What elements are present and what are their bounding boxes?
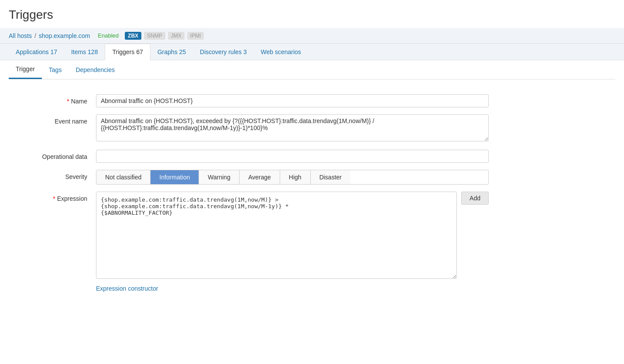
badge-snmp[interactable]: SNMP [144, 32, 165, 40]
expression-row: Add [96, 192, 489, 279]
expression-required: * [53, 195, 55, 202]
name-input[interactable] [96, 94, 489, 107]
name-label: *Name [9, 94, 96, 105]
form-row-name: *Name [9, 94, 615, 107]
severity-buttons-container: Not classified Information Warning Avera… [96, 170, 489, 185]
nav-tab-items[interactable]: Items 128 [64, 44, 105, 60]
nav-tab-graphs[interactable]: Graphs 25 [151, 44, 193, 60]
sub-tab-trigger[interactable]: Trigger [9, 60, 42, 79]
severity-btn-information[interactable]: Information [151, 170, 199, 184]
operational-data-input-container [96, 150, 489, 163]
sub-tabs: Trigger Tags Dependencies [9, 60, 615, 79]
expression-constructor-link[interactable]: Expression constructor [96, 285, 158, 292]
expression-textarea[interactable] [96, 192, 457, 279]
sub-tab-dependencies[interactable]: Dependencies [69, 61, 122, 79]
nav-tab-discovery-rules[interactable]: Discovery rules 3 [193, 44, 254, 60]
operational-data-input[interactable] [96, 150, 489, 163]
breadcrumb-bar: All hosts / shop.example.com Enabled ZBX… [0, 28, 624, 44]
form-row-severity: Severity Not classified Information Warn… [9, 170, 615, 185]
expression-label: *Expression [9, 192, 96, 202]
badge-zbx[interactable]: ZBX [125, 32, 141, 40]
name-required: * [67, 98, 69, 105]
nav-tabs: Applications 17 Items 128 Triggers 67 Gr… [0, 44, 624, 60]
badge-jmx[interactable]: JMX [168, 32, 185, 40]
name-input-container [96, 94, 489, 107]
page-title: Triggers [0, 0, 624, 28]
form-row-expression: *Expression Add Expression constructor [9, 192, 615, 292]
severity-btn-disaster[interactable]: Disaster [311, 170, 350, 184]
breadcrumb-separator: / [34, 32, 36, 39]
breadcrumb-current-host: shop.example.com [39, 32, 90, 39]
event-name-label: Event name [9, 114, 96, 125]
add-button[interactable]: Add [461, 192, 489, 205]
trigger-form: *Name Event name Operational data [9, 90, 615, 303]
severity-label: Severity [9, 170, 96, 180]
severity-btn-warning[interactable]: Warning [199, 170, 240, 184]
operational-data-label: Operational data [9, 150, 96, 160]
status-badge: Enabled [94, 31, 122, 40]
severity-btn-not-classified[interactable]: Not classified [96, 170, 151, 184]
content-area: Trigger Tags Dependencies *Name Event na… [0, 60, 624, 303]
nav-tab-triggers[interactable]: Triggers 67 [105, 44, 150, 60]
badge-ipmi[interactable]: IPMI [187, 32, 204, 40]
severity-btn-high[interactable]: High [280, 170, 311, 184]
form-row-operational-data: Operational data [9, 150, 615, 163]
expression-input-container: Add Expression constructor [96, 192, 489, 292]
nav-tab-web-scenarios[interactable]: Web scenarios [254, 44, 308, 60]
form-row-event-name: Event name [9, 114, 615, 143]
breadcrumb-all-hosts[interactable]: All hosts [9, 32, 32, 39]
event-name-textarea[interactable] [96, 114, 489, 141]
sub-tab-tags[interactable]: Tags [42, 61, 69, 79]
event-name-input-container [96, 114, 489, 143]
severity-button-group: Not classified Information Warning Avera… [96, 170, 489, 185]
nav-tab-applications[interactable]: Applications 17 [9, 44, 64, 60]
severity-btn-average[interactable]: Average [240, 170, 280, 184]
